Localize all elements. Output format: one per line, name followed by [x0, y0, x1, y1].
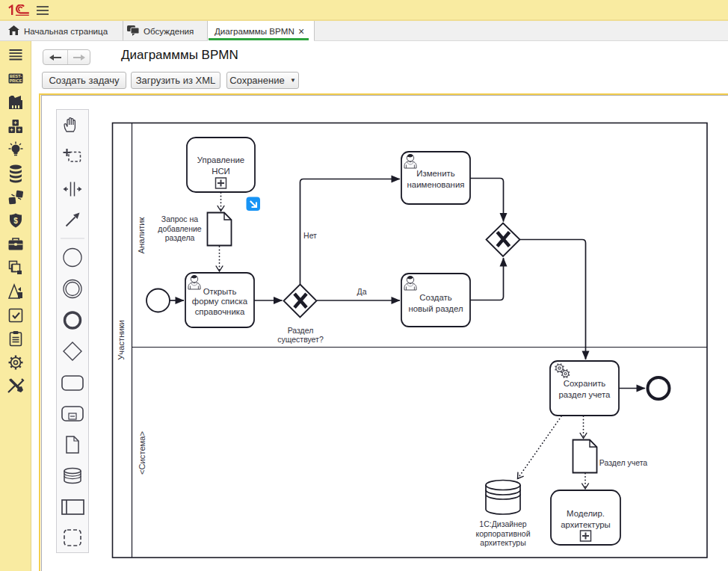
svg-text:Аналитик: Аналитик	[137, 217, 146, 253]
svg-text:добавление: добавление	[158, 224, 202, 233]
svg-text:форму списка: форму списка	[192, 297, 248, 306]
svg-text:Запрос на: Запрос на	[161, 214, 199, 223]
svg-text:Нет: Нет	[303, 231, 317, 240]
svg-text:архитектуры: архитектуры	[480, 538, 525, 547]
svg-text:раздела: раздела	[165, 233, 195, 242]
svg-text:Изменить: Изменить	[416, 169, 454, 178]
svg-text:Раздел учета: Раздел учета	[599, 458, 648, 467]
svg-text:новый раздел: новый раздел	[408, 304, 463, 313]
svg-text:Да: Да	[357, 287, 367, 296]
svg-text:существует?: существует?	[277, 335, 324, 344]
svg-text:НСИ: НСИ	[212, 167, 230, 176]
svg-text:архитектуры: архитектуры	[561, 520, 611, 529]
svg-text:Моделир.: Моделир.	[567, 509, 605, 518]
svg-text:Управление: Управление	[197, 155, 244, 164]
svg-text:Открыть: Открыть	[203, 287, 237, 296]
svg-text:Раздел: Раздел	[288, 326, 314, 335]
svg-text:Создать: Создать	[419, 293, 451, 302]
svg-text:наименования: наименования	[407, 180, 465, 189]
svg-text:Сохранить: Сохранить	[564, 379, 606, 388]
svg-text:корпоративной: корпоративной	[475, 529, 530, 538]
svg-text:справочника: справочника	[195, 307, 245, 316]
svg-text:Участники: Участники	[117, 320, 126, 359]
svg-text:1С:Дизайнер: 1С:Дизайнер	[479, 519, 526, 528]
svg-text:<Система>: <Система>	[138, 431, 146, 475]
svg-text:раздел учета: раздел учета	[559, 390, 611, 399]
